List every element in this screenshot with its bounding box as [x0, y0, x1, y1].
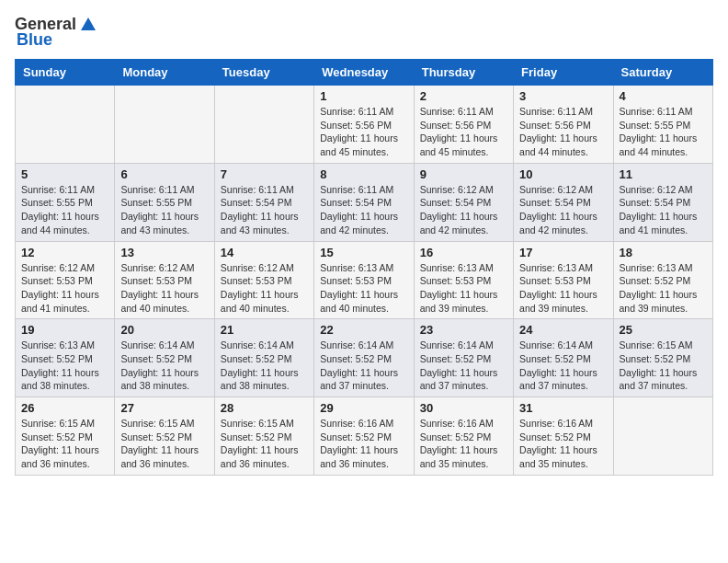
day-number: 7: [221, 167, 308, 181]
header-monday: Monday: [115, 60, 214, 86]
calendar-day-27: 27Sunrise: 6:15 AM Sunset: 5:52 PM Dayli…: [115, 397, 214, 476]
day-info: Sunrise: 6:13 AM Sunset: 5:53 PM Dayligh…: [320, 262, 398, 314]
logo-icon: [79, 16, 97, 34]
header-saturday: Saturday: [613, 60, 712, 86]
header-tuesday: Tuesday: [214, 60, 313, 86]
calendar-day-30: 30Sunrise: 6:16 AM Sunset: 5:52 PM Dayli…: [414, 397, 513, 476]
calendar-table: SundayMondayTuesdayWednesdayThursdayFrid…: [15, 59, 713, 476]
day-number: 10: [519, 167, 607, 181]
day-number: 1: [320, 89, 407, 103]
day-info: Sunrise: 6:11 AM Sunset: 5:54 PM Dayligh…: [320, 184, 398, 236]
day-number: 13: [120, 246, 208, 259]
calendar-day-14: 14Sunrise: 6:12 AM Sunset: 5:53 PM Dayli…: [214, 241, 313, 319]
calendar-week-2: 5Sunrise: 6:11 AM Sunset: 5:55 PM Daylig…: [16, 163, 713, 241]
day-number: 12: [21, 246, 108, 259]
day-number: 23: [420, 323, 507, 337]
calendar-day-3: 3Sunrise: 6:11 AM Sunset: 5:56 PM Daylig…: [514, 86, 613, 164]
calendar-day-19: 19Sunrise: 6:13 AM Sunset: 5:52 PM Dayli…: [16, 319, 115, 397]
calendar-day-29: 29Sunrise: 6:16 AM Sunset: 5:52 PM Dayli…: [314, 397, 414, 476]
day-number: 15: [320, 246, 407, 259]
day-info: Sunrise: 6:12 AM Sunset: 5:53 PM Dayligh…: [21, 262, 99, 314]
day-number: 11: [620, 167, 707, 181]
calendar-day-1: 1Sunrise: 6:11 AM Sunset: 5:56 PM Daylig…: [314, 86, 414, 164]
calendar-day-31: 31Sunrise: 6:16 AM Sunset: 5:52 PM Dayli…: [514, 397, 613, 476]
day-number: 9: [420, 167, 507, 181]
day-number: 25: [620, 323, 707, 337]
day-number: 30: [420, 401, 507, 415]
day-info: Sunrise: 6:13 AM Sunset: 5:53 PM Dayligh…: [519, 262, 597, 314]
day-info: Sunrise: 6:14 AM Sunset: 5:52 PM Dayligh…: [519, 339, 597, 391]
day-info: Sunrise: 6:15 AM Sunset: 5:52 PM Dayligh…: [120, 418, 199, 469]
day-number: 16: [420, 246, 507, 259]
day-number: 28: [221, 401, 308, 415]
calendar-day-11: 11Sunrise: 6:12 AM Sunset: 5:54 PM Dayli…: [613, 163, 712, 241]
day-info: Sunrise: 6:11 AM Sunset: 5:55 PM Dayligh…: [21, 184, 99, 236]
day-number: 5: [21, 167, 108, 181]
day-number: 4: [620, 89, 707, 103]
day-number: 8: [320, 167, 407, 181]
calendar-day-26: 26Sunrise: 6:15 AM Sunset: 5:52 PM Dayli…: [16, 397, 115, 476]
day-number: 21: [221, 323, 308, 337]
calendar-week-4: 19Sunrise: 6:13 AM Sunset: 5:52 PM Dayli…: [16, 319, 713, 397]
day-info: Sunrise: 6:15 AM Sunset: 5:52 PM Dayligh…: [221, 418, 299, 469]
calendar-day-20: 20Sunrise: 6:14 AM Sunset: 5:52 PM Dayli…: [115, 319, 214, 397]
calendar-day-12: 12Sunrise: 6:12 AM Sunset: 5:53 PM Dayli…: [16, 241, 115, 319]
day-number: 17: [519, 246, 607, 259]
calendar-week-5: 26Sunrise: 6:15 AM Sunset: 5:52 PM Dayli…: [16, 397, 713, 476]
day-info: Sunrise: 6:11 AM Sunset: 5:54 PM Dayligh…: [221, 184, 299, 236]
day-info: Sunrise: 6:11 AM Sunset: 5:55 PM Dayligh…: [620, 106, 698, 157]
calendar-day-6: 6Sunrise: 6:11 AM Sunset: 5:55 PM Daylig…: [115, 163, 214, 241]
day-info: Sunrise: 6:12 AM Sunset: 5:53 PM Dayligh…: [221, 262, 299, 314]
day-number: 6: [120, 167, 208, 181]
day-info: Sunrise: 6:11 AM Sunset: 5:56 PM Dayligh…: [420, 106, 498, 157]
calendar-day-9: 9Sunrise: 6:12 AM Sunset: 5:54 PM Daylig…: [414, 163, 513, 241]
calendar-day-18: 18Sunrise: 6:13 AM Sunset: 5:52 PM Dayli…: [613, 241, 712, 319]
day-number: 2: [420, 89, 507, 103]
day-info: Sunrise: 6:15 AM Sunset: 5:52 PM Dayligh…: [620, 339, 698, 391]
day-number: 20: [120, 323, 208, 337]
empty-cell: [16, 86, 115, 164]
day-info: Sunrise: 6:16 AM Sunset: 5:52 PM Dayligh…: [420, 418, 498, 469]
empty-cell: [115, 86, 214, 164]
calendar-day-7: 7Sunrise: 6:11 AM Sunset: 5:54 PM Daylig…: [214, 163, 313, 241]
day-number: 27: [120, 401, 208, 415]
day-info: Sunrise: 6:11 AM Sunset: 5:56 PM Dayligh…: [519, 106, 597, 157]
page-header: General Blue: [15, 15, 713, 50]
day-info: Sunrise: 6:12 AM Sunset: 5:54 PM Dayligh…: [620, 184, 698, 236]
day-number: 31: [519, 401, 607, 415]
day-number: 22: [320, 323, 407, 337]
day-info: Sunrise: 6:12 AM Sunset: 5:54 PM Dayligh…: [519, 184, 597, 236]
calendar-day-4: 4Sunrise: 6:11 AM Sunset: 5:55 PM Daylig…: [613, 86, 712, 164]
empty-cell: [214, 86, 313, 164]
day-info: Sunrise: 6:13 AM Sunset: 5:53 PM Dayligh…: [420, 262, 498, 314]
day-info: Sunrise: 6:13 AM Sunset: 5:52 PM Dayligh…: [620, 262, 698, 314]
calendar-day-5: 5Sunrise: 6:11 AM Sunset: 5:55 PM Daylig…: [16, 163, 115, 241]
day-info: Sunrise: 6:11 AM Sunset: 5:56 PM Dayligh…: [320, 106, 398, 157]
calendar-week-3: 12Sunrise: 6:12 AM Sunset: 5:53 PM Dayli…: [16, 241, 713, 319]
day-number: 19: [21, 323, 108, 337]
calendar-day-10: 10Sunrise: 6:12 AM Sunset: 5:54 PM Dayli…: [514, 163, 613, 241]
calendar-week-1: 1Sunrise: 6:11 AM Sunset: 5:56 PM Daylig…: [16, 86, 713, 164]
day-number: 18: [620, 246, 707, 259]
calendar-day-25: 25Sunrise: 6:15 AM Sunset: 5:52 PM Dayli…: [613, 319, 712, 397]
logo: General Blue: [15, 15, 98, 50]
header-wednesday: Wednesday: [314, 60, 414, 86]
day-info: Sunrise: 6:14 AM Sunset: 5:52 PM Dayligh…: [221, 339, 299, 391]
calendar-day-16: 16Sunrise: 6:13 AM Sunset: 5:53 PM Dayli…: [414, 241, 513, 319]
day-info: Sunrise: 6:14 AM Sunset: 5:52 PM Dayligh…: [120, 339, 199, 391]
calendar-day-21: 21Sunrise: 6:14 AM Sunset: 5:52 PM Dayli…: [214, 319, 313, 397]
day-info: Sunrise: 6:11 AM Sunset: 5:55 PM Dayligh…: [120, 184, 199, 236]
day-number: 14: [221, 246, 308, 259]
day-info: Sunrise: 6:12 AM Sunset: 5:53 PM Dayligh…: [120, 262, 199, 314]
day-info: Sunrise: 6:16 AM Sunset: 5:52 PM Dayligh…: [519, 418, 597, 469]
header-sunday: Sunday: [16, 60, 115, 86]
day-number: 26: [21, 401, 108, 415]
day-info: Sunrise: 6:13 AM Sunset: 5:52 PM Dayligh…: [21, 339, 99, 391]
day-number: 24: [519, 323, 607, 337]
logo-blue-text: Blue: [17, 30, 52, 50]
calendar-day-2: 2Sunrise: 6:11 AM Sunset: 5:56 PM Daylig…: [414, 86, 513, 164]
day-info: Sunrise: 6:15 AM Sunset: 5:52 PM Dayligh…: [21, 418, 99, 469]
day-number: 3: [519, 89, 607, 103]
calendar-header-row: SundayMondayTuesdayWednesdayThursdayFrid…: [16, 60, 713, 86]
calendar-day-15: 15Sunrise: 6:13 AM Sunset: 5:53 PM Dayli…: [314, 241, 414, 319]
